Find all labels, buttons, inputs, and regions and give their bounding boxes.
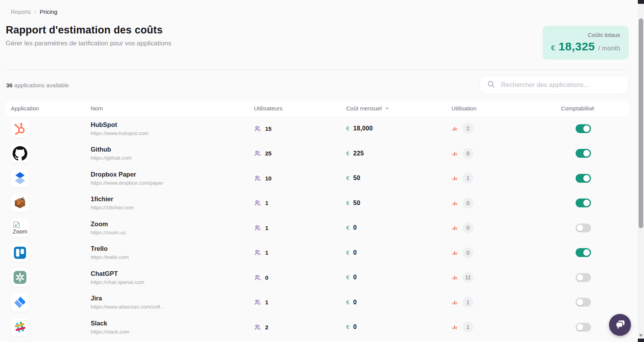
accounted-toggle[interactable] (576, 224, 591, 232)
accounted-cell (561, 248, 629, 257)
name-cell: Dropbox Paper https://www.dropbox.com/pa… (91, 171, 254, 186)
users-cell: 15 (254, 125, 346, 132)
usage-count: 1 (463, 297, 473, 308)
users-icon (254, 299, 261, 306)
usage-cell: 0 (451, 222, 561, 233)
page-title: Rapport d'estimation des coûts (6, 24, 171, 36)
applications-count: 36 applications available (6, 82, 69, 88)
cost-cell: € 225 (346, 150, 451, 157)
page-subtitle: Gérer les paramètres de tarification pou… (6, 40, 171, 47)
search-input[interactable] (500, 81, 621, 89)
accounted-toggle[interactable] (576, 273, 591, 282)
app-name: Zoom (91, 220, 254, 228)
users-icon (254, 249, 261, 256)
accounted-toggle[interactable] (576, 174, 591, 183)
toggle-knob (583, 150, 590, 157)
accounted-toggle[interactable] (576, 199, 591, 207)
app-name: Github (91, 146, 254, 153)
scrollbar-thumb[interactable] (639, 18, 643, 228)
application-cell (11, 194, 91, 212)
scrollbar-bottom-cap (638, 339, 644, 342)
users-count: 15 (265, 125, 272, 132)
application-cell: Zoom (11, 219, 91, 237)
bar-chart-icon (451, 150, 458, 157)
euro-symbol: € (346, 324, 349, 330)
vertical-scrollbar[interactable] (638, 0, 644, 342)
cost-cell: € 0 (346, 324, 451, 330)
usage-count: 0 (463, 222, 473, 233)
chat-widget-button[interactable] (609, 314, 631, 336)
application-cell (11, 169, 91, 187)
table-body: HubSpot https://www.hubspot.com 15 € 18,… (6, 116, 629, 340)
app-url: https://github.com (91, 155, 254, 161)
column-header-utilisation[interactable]: Utilisation (451, 105, 561, 112)
table-row: Trello https://trello.com 1 € 0 0 (6, 240, 629, 265)
toggle-knob (583, 249, 590, 256)
application-cell (11, 144, 91, 163)
accounted-toggle[interactable] (576, 323, 591, 332)
column-header-utilisateurs[interactable]: Utilisateurs (254, 105, 346, 112)
accounted-toggle[interactable] (576, 149, 591, 158)
accounted-cell (561, 174, 629, 183)
accounted-toggle[interactable] (576, 298, 591, 307)
app-name: Slack (91, 320, 254, 327)
accounted-cell (561, 124, 629, 133)
slack-app-icon (11, 318, 29, 336)
column-header-application[interactable]: Application (11, 105, 91, 112)
bar-chart-icon (451, 274, 458, 280)
app-name: HubSpot (91, 121, 254, 128)
cost-cell: € 50 (346, 175, 451, 182)
github-app-icon (11, 144, 29, 163)
accounted-toggle[interactable] (576, 248, 591, 257)
breadcrumb-separator-icon: › (35, 9, 37, 15)
name-cell: Jira https://www.atlassian.com/soft... (91, 295, 254, 310)
euro-symbol: € (346, 125, 349, 132)
euro-symbol: € (346, 299, 349, 305)
users-cell: 1 (254, 199, 346, 207)
page-header: Rapport d'estimation des coûts Gérer les… (6, 24, 629, 60)
search-box[interactable] (480, 76, 629, 94)
name-cell: 1fichier https://1fichier.com (91, 195, 254, 210)
users-cell: 1 (254, 224, 346, 232)
sort-desc-chevron-icon[interactable] (385, 106, 390, 111)
bar-chart-icon (451, 299, 458, 305)
breadcrumb-reports[interactable]: Reports (11, 8, 31, 15)
euro-symbol: € (346, 274, 349, 280)
accounted-cell (561, 298, 629, 307)
column-header-comptabilise[interactable]: Comptabilisé (561, 105, 629, 112)
name-cell: Trello https://trello.com (91, 245, 254, 260)
applications-count-number: 36 (6, 82, 13, 88)
euro-symbol: € (346, 249, 349, 256)
usage-cell: 0 (451, 198, 561, 209)
users-cell: 25 (254, 150, 346, 157)
dropbox-app-icon (11, 169, 29, 187)
usage-count: 2 (463, 123, 473, 134)
column-header-cout-mensuel[interactable]: Coût mensuel (346, 105, 451, 112)
name-cell: Github https://github.com (91, 146, 254, 161)
total-cost-label: Coûts totaux (551, 32, 620, 38)
usage-cell: 2 (451, 123, 561, 134)
total-amount: 18,325 (559, 40, 595, 53)
users-cell: 1 (254, 299, 346, 306)
usage-count: 1 (463, 322, 473, 332)
table-row: Jira https://www.atlassian.com/soft... 1… (6, 290, 629, 315)
monthly-cost: 18,000 (353, 125, 373, 132)
users-icon (254, 175, 261, 182)
scrollbar-down-arrow-icon[interactable] (639, 334, 643, 337)
column-header-nom[interactable]: Nom (91, 105, 254, 112)
app-url: https://chat.openai.com (91, 279, 254, 285)
users-cell: 10 (254, 175, 346, 182)
accounted-toggle[interactable] (576, 124, 591, 133)
users-icon (254, 199, 261, 207)
usage-count: 0 (463, 198, 473, 209)
monthly-cost: 0 (353, 299, 357, 306)
breadcrumb-pricing[interactable]: Pricing (40, 8, 57, 15)
monthly-cost: 0 (353, 324, 357, 330)
users-count: 25 (265, 150, 272, 157)
accounted-cell (561, 199, 629, 207)
cost-cell: € 18,000 (346, 125, 451, 132)
toggle-knob (577, 225, 583, 231)
cost-cell: € 0 (346, 274, 451, 281)
cost-cell: € 50 (346, 200, 451, 207)
usage-count: 0 (463, 247, 473, 258)
